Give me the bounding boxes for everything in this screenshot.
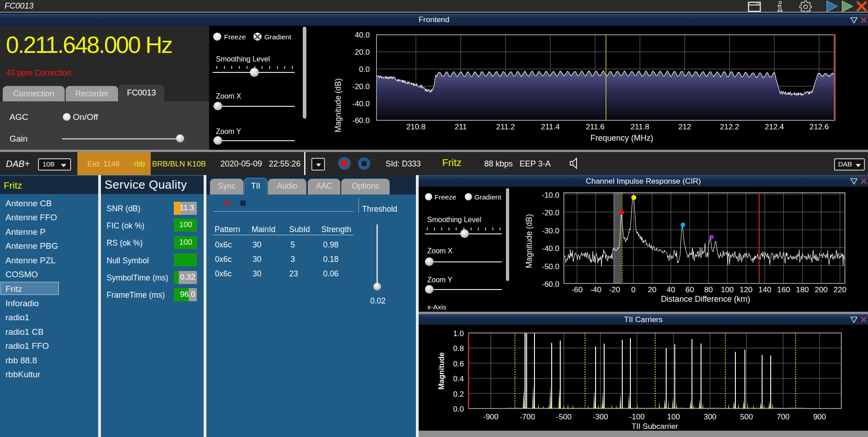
svg-text:-500: -500 [556, 413, 572, 421]
svg-text:200: 200 [815, 285, 827, 294]
svg-text:-20.0: -20.0 [352, 82, 370, 91]
svg-text:0: 0 [631, 285, 635, 294]
svg-text:20.0: 20.0 [355, 48, 370, 57]
svg-text:0.0: 0.0 [359, 65, 370, 74]
svg-text:900: 900 [813, 413, 826, 421]
svg-text:211.4: 211.4 [541, 123, 559, 131]
svg-text:0.4: 0.4 [453, 375, 464, 383]
svg-text:300: 300 [704, 413, 716, 421]
svg-text:211.2: 211.2 [496, 123, 515, 131]
svg-text:TII Subcarrier: TII Subcarrier [632, 422, 678, 431]
svg-text:-300: -300 [593, 413, 608, 421]
svg-text:-50.0: -50.0 [542, 262, 559, 271]
svg-text:211.6: 211.6 [586, 123, 604, 131]
svg-text:-40.0: -40.0 [352, 100, 370, 108]
svg-text:-40: -40 [590, 285, 601, 294]
svg-text:140: 140 [758, 285, 771, 294]
svg-text:Magnitude: Magnitude [437, 352, 445, 390]
svg-text:211.8: 211.8 [630, 123, 649, 131]
svg-text:211: 211 [454, 123, 467, 131]
svg-text:-60: -60 [572, 285, 583, 294]
svg-text:-30.0: -30.0 [542, 227, 559, 235]
svg-text:212: 212 [678, 123, 691, 131]
svg-text:20: 20 [648, 285, 657, 294]
svg-text:0.0: 0.0 [453, 405, 464, 413]
svg-text:0.6: 0.6 [453, 360, 464, 368]
svg-text:500: 500 [740, 413, 753, 421]
svg-text:100: 100 [667, 413, 680, 421]
svg-text:700: 700 [777, 413, 789, 421]
svg-text:-20: -20 [609, 285, 620, 294]
svg-text:-100: -100 [629, 413, 644, 421]
svg-text:212.6: 212.6 [810, 123, 829, 131]
svg-text:Distance Difference (km): Distance Difference (km) [661, 294, 750, 304]
svg-text:Magnitude (dB): Magnitude (dB) [334, 78, 343, 133]
svg-text:40.0: 40.0 [355, 31, 370, 39]
svg-text:100: 100 [721, 285, 734, 294]
svg-text:160: 160 [777, 285, 790, 294]
svg-text:0.8: 0.8 [453, 344, 464, 353]
svg-text:212.4: 212.4 [765, 123, 784, 131]
svg-text:40: 40 [667, 285, 675, 294]
svg-text:220: 220 [834, 285, 846, 294]
svg-text:-40.0: -40.0 [542, 244, 559, 253]
svg-text:-20.0: -20.0 [542, 209, 559, 217]
svg-text:-60.0: -60.0 [352, 116, 370, 125]
svg-text:-10.0: -10.0 [542, 191, 559, 200]
svg-text:210.8: 210.8 [406, 123, 426, 131]
svg-text:-60.0: -60.0 [542, 280, 559, 289]
svg-text:-900: -900 [483, 413, 498, 421]
svg-text:0.2: 0.2 [453, 390, 464, 399]
svg-text:1.0: 1.0 [453, 329, 464, 338]
svg-text:60: 60 [686, 285, 694, 294]
svg-text:212.2: 212.2 [720, 123, 739, 131]
svg-text:180: 180 [796, 285, 809, 294]
svg-text:Magnitude (dB): Magnitude (dB) [525, 214, 534, 268]
svg-text:80: 80 [704, 285, 713, 294]
svg-text:120: 120 [739, 285, 752, 294]
svg-text:-700: -700 [520, 413, 535, 421]
svg-text:Frequency (MHz): Frequency (MHz) [590, 133, 653, 142]
